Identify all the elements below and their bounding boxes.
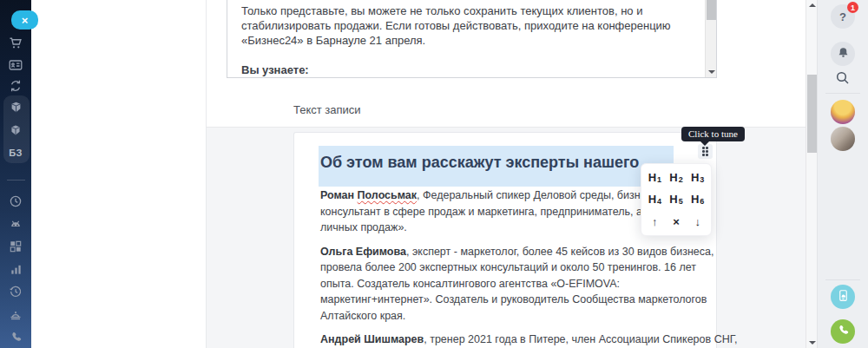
- misspelled-word: Полосьмак: [358, 189, 417, 201]
- post-heading[interactable]: Об этом вам расскажут эксперты нашего го…: [320, 154, 640, 172]
- paragraph-text: , тренер 2021 года в Питере, член Ассоци…: [424, 333, 737, 345]
- knowledge-base-label: БЗ: [9, 148, 23, 158]
- textarea-line: Вы узнаете:: [241, 62, 690, 77]
- notifications-button[interactable]: [831, 42, 855, 66]
- paragraph-line: Роман Полосьмак, Федеральный спикер Дело…: [320, 189, 677, 201]
- search-icon: [835, 70, 851, 89]
- user-avatar[interactable]: [831, 127, 855, 151]
- contact-card-icon: [9, 58, 23, 72]
- grid-icon: [10, 240, 22, 253]
- sidebar-item-contacts[interactable]: [0, 56, 31, 75]
- scroll-down-button[interactable]: [706, 67, 717, 77]
- sidebar-item-history[interactable]: [0, 282, 31, 301]
- textarea-line: Только представьте, вы можете не только …: [241, 3, 690, 18]
- speaker-name: Роман: [320, 189, 358, 201]
- block-settings-handle[interactable]: [698, 144, 713, 159]
- announce-text: изменений. Только представьте, вы можете…: [241, 0, 690, 77]
- heading-4-button[interactable]: H4: [644, 188, 666, 210]
- mobile-app-button[interactable]: [831, 285, 855, 309]
- announce-textarea[interactable]: изменений. Только представьте, вы можете…: [227, 0, 717, 78]
- paragraph-line: маркетинг+интернет». Создатель и руковод…: [320, 292, 694, 308]
- post-body[interactable]: Роман Полосьмак, Федеральный спикер Дело…: [320, 187, 694, 348]
- move-block-up-button[interactable]: ↑: [644, 211, 666, 233]
- sidebar-divider: [825, 279, 860, 280]
- sidebar-item-cart[interactable]: [0, 34, 31, 53]
- paragraph-line: консультант в сфере продаж и маркетинга,…: [320, 204, 694, 220]
- paragraph-line: провела более 200 экспертных консультаци…: [320, 259, 694, 276]
- paragraph-line: Алтайского края.: [320, 308, 694, 325]
- sidebar-item-storage-1[interactable]: [0, 97, 31, 116]
- click-to-tune-tooltip: Click to tune: [681, 127, 745, 141]
- bell-icon: [837, 46, 850, 62]
- sidebar-divider: [825, 93, 860, 94]
- desk-bell-icon: [9, 307, 23, 321]
- sidebar-item-clock[interactable]: [0, 192, 31, 211]
- textarea-scroll-thumb[interactable]: [707, 0, 716, 20]
- textarea-line: [241, 48, 690, 62]
- box-icon: [10, 101, 23, 114]
- history-clock-icon: [9, 285, 23, 299]
- paragraph-speaker-2: Ольга Ефимова, эксперт - маркетолог, бол…: [320, 244, 694, 325]
- phone-icon: [10, 331, 23, 344]
- paragraph-line: личных продаж».: [320, 220, 694, 236]
- move-block-down-button[interactable]: ↓: [687, 211, 708, 233]
- sidebar-item-telephony[interactable]: [0, 327, 31, 346]
- paragraph-text: , Федеральный спикер Деловой среды, бизн…: [417, 189, 677, 201]
- speaker-name: Ольга Ефимова: [320, 246, 406, 258]
- paragraph-line: Ольга Ефимова, эксперт - маркетолог, бол…: [320, 246, 714, 258]
- sidebar-item-knowledge-base[interactable]: БЗ: [0, 143, 31, 162]
- mobile-phone-cloud-icon: [837, 289, 850, 305]
- right-utility-sidebar: ? 1: [817, 0, 868, 348]
- close-icon: ×: [22, 14, 29, 27]
- sidebar-item-sync[interactable]: [0, 76, 31, 95]
- clock-icon: [9, 194, 23, 208]
- page-scroll-thumb[interactable]: [807, 75, 817, 153]
- sidebar-item-analytics[interactable]: [0, 259, 31, 279]
- paragraph-speaker-1: Роман Полосьмак, Федеральный спикер Дело…: [320, 187, 694, 236]
- textarea-line: стабилизировать продажи. Если готовы дей…: [241, 18, 690, 33]
- paragraph-line: Андрей Шишмарев, тренер 2021 года в Пите…: [320, 333, 737, 345]
- collapse-panel-button[interactable]: ×: [11, 10, 38, 30]
- sync-arrows-icon: [9, 79, 23, 93]
- textarea-line: «Бизнес24» в Барнауле 21 апреля.: [241, 33, 690, 48]
- search-button[interactable]: [831, 68, 855, 92]
- heading-3-button[interactable]: H3: [687, 167, 708, 188]
- cart-icon: [9, 36, 23, 50]
- user-avatar[interactable]: [831, 100, 855, 124]
- paragraph-line: опыта. Создатель консалтингового агентст…: [320, 276, 694, 292]
- sidebar-item-service-desk[interactable]: [0, 305, 31, 324]
- page-scrollbar[interactable]: [806, 0, 817, 348]
- paragraph-speaker-3: Андрей Шишмарев, тренер 2021 года в Пите…: [320, 332, 694, 348]
- robot-icon: [9, 217, 23, 231]
- help-button[interactable]: ? 1: [831, 4, 855, 29]
- tooltip-arrow: [700, 141, 709, 146]
- field-label: Текст записи: [293, 103, 361, 116]
- heading-2-button[interactable]: H2: [666, 167, 687, 188]
- heading-6-button[interactable]: H6: [687, 188, 708, 210]
- block-settings-menu: H1 H2 H3 H4 H5 H6 ↑ × ↓: [641, 163, 712, 236]
- left-nav-sidebar: БЗ: [0, 0, 31, 348]
- phone-handset-icon: [837, 324, 850, 340]
- bar-chart-icon: [10, 263, 23, 276]
- heading-5-button[interactable]: H5: [666, 188, 687, 210]
- call-button[interactable]: [831, 319, 855, 344]
- app-window: БЗ × изменений. Только предста: [0, 0, 868, 348]
- sidebar-item-dashboard[interactable]: [0, 237, 31, 256]
- delete-block-button[interactable]: ×: [666, 211, 687, 233]
- textarea-scrollbar[interactable]: [705, 0, 716, 77]
- sidebar-item-storage-2[interactable]: [0, 121, 31, 140]
- speaker-name: Андрей Шишмарев: [320, 333, 424, 345]
- notification-badge: 1: [847, 2, 858, 13]
- heading-1-button[interactable]: H1: [644, 167, 666, 188]
- sidebar-divider: [7, 180, 25, 181]
- question-icon: ?: [839, 10, 846, 23]
- box-icon: [10, 124, 22, 136]
- sidebar-item-bots[interactable]: [0, 214, 31, 233]
- paragraph-text: , эксперт - маркетолог, более 45 кейсов …: [406, 246, 714, 258]
